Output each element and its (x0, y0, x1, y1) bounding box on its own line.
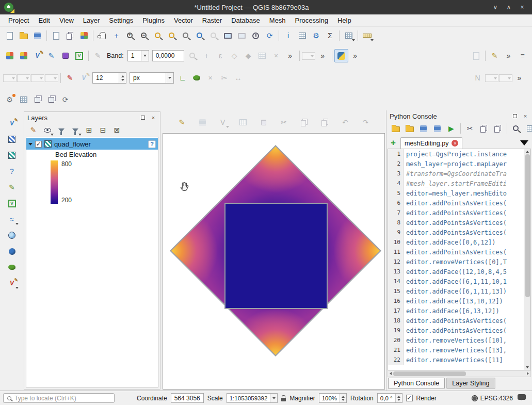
refresh-map-button[interactable]: ⟳ (263, 29, 277, 42)
open-script-button[interactable] (389, 122, 402, 135)
menu-database[interactable]: Database (227, 15, 264, 25)
color-tool-button[interactable]: ✎ (63, 71, 77, 85)
show-layout-manager-button[interactable] (63, 29, 77, 42)
size-spinbox[interactable]: 12 (92, 72, 126, 84)
mesh-overflow-button[interactable]: » (283, 49, 297, 62)
open-attribute-table-button[interactable] (295, 29, 309, 42)
new-print-layout-button[interactable] (49, 29, 63, 42)
copy-button[interactable] (477, 122, 491, 135)
statistical-summary-button[interactable]: Σ (323, 29, 337, 42)
horizontal-scrollbar[interactable] (388, 370, 531, 377)
select-overflow-button[interactable]: » (316, 49, 330, 62)
open-in-external-editor-button[interactable] (402, 122, 416, 135)
panel-float-button[interactable] (511, 112, 519, 120)
vertical-scrollbar[interactable] (524, 149, 530, 370)
zoom-full-button[interactable] (151, 29, 165, 42)
cut-button[interactable]: ✂ (463, 122, 477, 135)
zoom-to-selection-button[interactable] (165, 29, 179, 42)
remove-layer-button[interactable]: ⊠ (110, 123, 124, 137)
new-tab-button[interactable]: + (388, 138, 398, 148)
zoom-out-button[interactable]: − (137, 29, 151, 42)
add-spatialite-layer-button[interactable]: ✎ (5, 181, 19, 194)
snapping-tool-button[interactable] (189, 71, 203, 85)
digitizing-options-button[interactable]: ⚙ (3, 93, 17, 106)
messages-icon[interactable] (518, 394, 526, 400)
console-options-dropdown-icon[interactable] (520, 140, 528, 145)
scale-combo[interactable]: 1:1053059392 (227, 393, 278, 403)
render-checkbox[interactable]: ✓ (406, 395, 413, 401)
scrollbar-thumb[interactable] (525, 154, 530, 297)
tracing-tool-button[interactable]: ∟ (175, 71, 189, 85)
lock-scale-icon[interactable] (281, 398, 286, 401)
tab-layer-styling[interactable]: Layer Styling (446, 378, 495, 389)
new-map-view-button[interactable] (221, 29, 235, 42)
locator-search-input[interactable]: Type to locate (Ctrl+K) (3, 393, 115, 403)
crs-status-button[interactable]: EPSG:4326 (472, 395, 513, 402)
window-maximize-button[interactable]: ∧ (503, 4, 514, 11)
style-manager-button[interactable] (77, 29, 91, 42)
add-wms-layer-button[interactable]: ≈ (5, 213, 19, 226)
save-as-script-button[interactable] (430, 122, 444, 135)
layer-visibility-checkbox[interactable]: ✓ (35, 141, 42, 148)
add-vector-layer-button[interactable]: V (5, 117, 19, 130)
menu-mesh[interactable]: Mesh (265, 15, 290, 25)
paste-style-tool-button[interactable] (44, 93, 58, 106)
add-delimited-text-layer-button[interactable]: ? (5, 165, 19, 178)
annotation-pencil-button[interactable]: ✎ (488, 49, 502, 62)
tab-mesh-editing-py[interactable]: meshEditing.py × (400, 137, 462, 149)
expand-all-button[interactable]: ⊞ (82, 123, 96, 137)
menu-plugins[interactable]: Plugins (138, 15, 169, 25)
processing-toolbox-button[interactable]: ⚙ (309, 29, 323, 42)
tab-close-icon[interactable]: × (452, 140, 458, 147)
new-project-button[interactable] (3, 29, 17, 42)
plugins-overflow-button[interactable]: » (348, 49, 362, 62)
add-wfs-layer-button[interactable] (5, 245, 19, 258)
scroll-down-icon[interactable] (526, 366, 529, 368)
pan-to-selection-button[interactable]: + (109, 29, 123, 42)
add-wcs-layer-button[interactable] (5, 229, 19, 242)
spinner-arrows-icon[interactable] (340, 394, 346, 402)
unit-combo[interactable]: px (130, 72, 174, 84)
map-canvas[interactable] (163, 133, 385, 390)
add-virtual-layer-button[interactable]: V (5, 197, 19, 210)
open-project-button[interactable] (17, 29, 30, 42)
menu-raster[interactable]: Raster (198, 15, 226, 25)
tab-python-console[interactable]: Python Console (388, 378, 445, 389)
collapse-all-button[interactable]: ⊟ (96, 123, 110, 137)
spinner-arrows-icon[interactable] (119, 73, 126, 83)
save-project-button[interactable] (30, 29, 44, 42)
add-mesh-layer-button[interactable] (5, 149, 19, 162)
python-console-button[interactable] (334, 49, 348, 62)
mesh-digitizing-button[interactable]: V (72, 49, 86, 62)
window-close-button[interactable]: × (517, 4, 528, 11)
stream-digitize-button[interactable]: ✎ (44, 49, 58, 62)
open-layer-styling-button[interactable]: ✎ (26, 123, 40, 137)
copy-style-tool-button[interactable] (30, 93, 44, 106)
identify-features-button[interactable]: i (281, 29, 295, 42)
menu-layer[interactable]: Layer (79, 15, 104, 25)
filter-by-expression-button[interactable] (68, 123, 82, 137)
toolbar-extension-menu-button[interactable]: ≡ (515, 49, 529, 62)
rotation-spinbox[interactable]: 0,0 ° (377, 393, 402, 403)
manage-panels-button[interactable] (342, 29, 356, 42)
add-vector-tile-layer-button[interactable]: V (5, 277, 19, 290)
scroll-right-icon[interactable] (527, 372, 529, 375)
magnifier-spinbox[interactable]: 100% (319, 393, 347, 403)
pan-map-button[interactable] (95, 29, 109, 42)
toggle-mesh-edit-button[interactable]: ✎ (175, 116, 189, 129)
save-script-button[interactable] (416, 122, 430, 135)
menu-project[interactable]: Project (4, 15, 33, 25)
object-inspector-button[interactable] (523, 122, 532, 135)
scroll-up-icon[interactable] (526, 151, 529, 153)
panel-close-button[interactable]: × (522, 112, 529, 120)
add-raster-layer-button[interactable] (5, 133, 19, 146)
manage-map-themes-button[interactable] (40, 123, 54, 137)
processing-chip-button[interactable] (58, 49, 72, 62)
run-script-button[interactable]: ▶ (444, 122, 458, 135)
code-editor[interactable]: 1project=QgsProject.instance2mesh_layer=… (388, 149, 531, 370)
grid-annotation-tool-button[interactable] (17, 93, 30, 106)
menu-help[interactable]: Help (333, 15, 356, 25)
menu-vector[interactable]: Vector (170, 15, 197, 25)
zoom-last-button[interactable] (193, 29, 207, 42)
coordinate-input[interactable]: 564 3056 (171, 393, 204, 403)
